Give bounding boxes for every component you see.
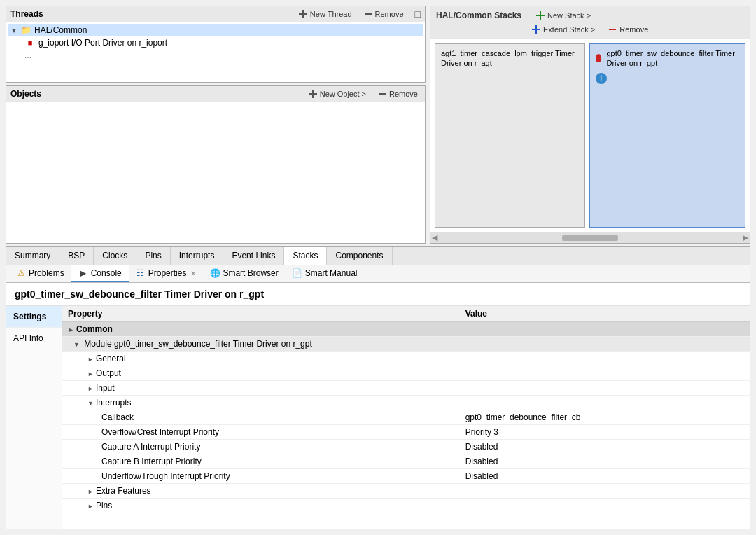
svg-rect-5 [379,93,386,95]
tab-interrupts[interactable]: Interrupts [171,247,224,265]
tab-stacks[interactable]: Stacks [284,247,327,265]
general-chevron: ► [88,356,94,363]
properties-close-button[interactable]: ✕ [190,270,196,277]
stacks-remove-icon [608,25,617,34]
table-row: Capture B Interrupt Priority Disabled [62,454,750,469]
smart-browser-label: Smart Browser [223,268,278,278]
output-chevron: ► [88,370,94,377]
new-object-button[interactable]: New Object > [305,88,369,99]
callback-prop-label: Callback [62,410,460,425]
threads-header: Threads New Thread Remove □ [6,6,425,22]
svg-rect-2 [365,13,372,15]
thread-hal-label: HAL/Common [34,25,87,35]
table-row: ►Input [62,381,750,396]
property-table: Property Value ►Common ▼ [62,306,750,513]
pins-chevron: ► [88,503,94,510]
callback-prop-value: gpt0_timer_debounce_filter_cb [460,410,750,425]
extra-chevron: ► [88,488,94,495]
table-row: Callback gpt0_timer_debounce_filter_cb [62,410,750,425]
tab-bsp[interactable]: BSP [59,247,94,265]
overflow-prop-label: Overflow/Crest Interrupt Priority [62,425,460,440]
sidebar-item-settings[interactable]: Settings [6,306,62,328]
sec-tab-console[interactable]: ▶ Console [71,265,129,282]
svg-rect-1 [302,10,304,18]
underflow-prop-label: Underflow/Trough Interrupt Priority [62,469,460,484]
properties-label: Properties [148,268,187,278]
stacks-toolbar: HAL/Common Stacks New Stack > Extend Sta… [430,6,750,39]
settings-sidebar: Settings API Info [6,306,62,529]
stack-card-gpt0[interactable]: gpt0_timer_sw_debounce_filter Timer Driv… [589,43,746,228]
underflow-prop-value: Disabled [460,469,750,484]
problems-label: Problems [29,268,64,278]
tab-components[interactable]: Components [327,247,392,265]
new-thread-icon [298,9,308,19]
new-stack-button[interactable]: New Stack > [531,9,595,22]
sidebar-item-api-info[interactable]: API Info [6,328,62,349]
sec-tab-problems[interactable]: ⚠ Problems [9,265,71,282]
group-chevron-right: ► [68,326,74,333]
table-row: ►General [62,352,750,366]
new-stack-icon [536,11,545,20]
threads-remove-button[interactable]: Remove [360,8,407,20]
input-chevron: ► [88,385,94,392]
section-general-label[interactable]: ►General [62,352,750,366]
gpt0-info-icon[interactable]: i [596,73,607,84]
table-row: ►Common [62,322,750,337]
thread-chevron-down: ▼ [10,27,18,34]
scroll-right-arrow[interactable]: ▶ [743,233,748,242]
console-icon: ▶ [78,268,88,278]
scrollbar-thumb[interactable] [562,235,618,241]
sec-tab-smart-browser[interactable]: 🌐 Smart Browser [203,265,285,282]
objects-remove-icon [377,89,387,99]
objects-remove-button[interactable]: Remove [374,88,421,99]
table-row: ►Pins [62,499,750,513]
thread-more-label: ... [24,50,31,60]
stacks-area: agt1_timer_cascade_lpm_trigger Timer Dri… [430,39,750,232]
overflow-prop-value: Priority 3 [460,425,750,440]
stacks-scrollbar[interactable]: ◀ ▶ [430,232,750,243]
folder-icon: 📁 [20,25,31,35]
chip-icon: ■ [24,38,36,48]
threads-content: ▼ 📁 HAL/Common ■ g_ioport I/O Port Drive… [6,22,425,82]
value-col-header: Value [460,306,750,322]
threads-minimize-button[interactable]: □ [415,8,421,20]
scroll-left-arrow[interactable]: ◀ [432,233,438,242]
thread-ioport[interactable]: ■ g_ioport I/O Port Driver on r_ioport [8,36,424,49]
table-row: ►Extra Features [62,484,750,499]
smart-manual-icon: 📄 [293,268,302,278]
stacks-remove-button[interactable]: Remove [603,23,652,36]
threads-remove-icon [363,9,373,19]
console-label: Console [91,268,122,278]
section-pins-label[interactable]: ►Pins [62,499,750,513]
sec-tab-smart-manual[interactable]: 📄 Smart Manual [286,265,365,282]
svg-rect-9 [536,25,537,34]
section-interrupts-label[interactable]: ▼Interrupts [62,396,750,410]
extend-stack-button[interactable]: Extend Stack > [527,23,599,36]
new-thread-button[interactable]: New Thread [295,8,355,20]
table-row: ►Output [62,366,750,381]
stack-card-agt1[interactable]: agt1_timer_cascade_lpm_trigger Timer Dri… [435,43,585,228]
secondary-tab-bar: ⚠ Problems ▶ Console ☷ Properties ✕ 🌐 Sm… [6,265,750,283]
section-extra-label[interactable]: ►Extra Features [62,484,750,499]
thread-more[interactable]: ... [8,49,424,62]
module-label: ▼ Module gpt0_timer_sw_debounce_filter T… [62,337,750,352]
capture-b-prop-label: Capture B Interrupt Priority [62,454,460,469]
sec-tab-properties[interactable]: ☷ Properties ✕ [129,265,204,282]
module-chevron-down: ▼ [74,341,80,348]
objects-title: Objects [10,89,300,99]
objects-content [6,102,425,243]
table-row: ▼Interrupts [62,396,750,410]
section-input-label[interactable]: ►Input [62,381,750,396]
stacks-toolbar-label: HAL/Common Stacks [436,11,527,20]
tab-clocks[interactable]: Clocks [94,247,136,265]
primary-tab-bar: Summary BSP Clocks Pins Interrupts Event… [6,247,750,265]
tab-event-links[interactable]: Event Links [223,247,284,265]
section-output-label[interactable]: ►Output [62,366,750,381]
thread-hal-common[interactable]: ▼ 📁 HAL/Common [8,24,424,36]
gpt0-card-red-icon [596,54,602,62]
tab-summary[interactable]: Summary [6,247,59,265]
tab-pins[interactable]: Pins [136,247,170,265]
svg-rect-10 [609,29,616,30]
capture-a-prop-label: Capture A Interrupt Priority [62,440,460,454]
svg-rect-7 [540,11,541,20]
